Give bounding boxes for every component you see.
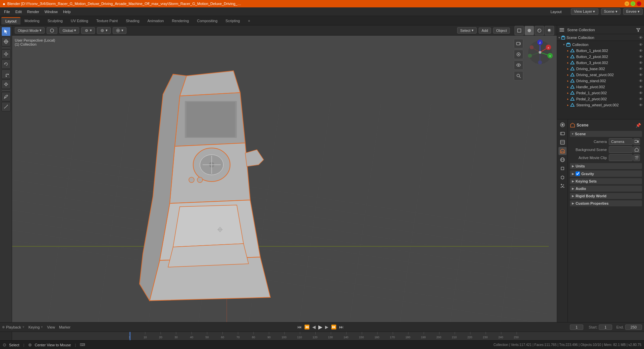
props-scene-btn[interactable] [558,147,567,155]
gravity-checkbox[interactable] [576,171,580,176]
button1-eye[interactable]: 👁 [639,49,643,53]
next-frame-btn[interactable]: ▶ [324,324,329,330]
snap-dropdown[interactable]: ▾ [97,27,111,34]
tab-shading[interactable]: Shading [122,17,143,24]
next-keyframe-btn[interactable]: ⏩ [330,324,337,330]
tab-sculpting[interactable]: Sculpting [44,17,67,24]
collection-eye[interactable]: 👁 [639,43,643,47]
outliner-handle[interactable]: ▸ Handle_pivot.002 👁 [557,84,644,90]
menu-window[interactable]: Window [42,9,60,14]
props-particle-btn[interactable] [558,182,567,190]
custom-properties-header[interactable]: ▶ Custom Properties [570,200,642,206]
marker-label[interactable]: Marker [59,325,70,329]
outliner-pedal2[interactable]: ▸ Pedal_2_pivot.002 👁 [557,96,644,102]
scene-collection-eye[interactable]: 👁 [639,36,643,40]
shading-solid-btn[interactable] [525,26,534,35]
pedal2-eye[interactable]: 👁 [639,97,643,101]
transform-tool-button[interactable] [1,80,11,89]
props-render-btn[interactable] [558,121,567,129]
maximize-button[interactable]: □ [631,1,635,6]
keying-label[interactable]: Keying [29,325,40,329]
add-menu-btn[interactable]: Add [479,28,491,34]
proportional-edit-btn[interactable]: ▾ [113,27,126,34]
active-movie-clip-value[interactable] [609,154,633,161]
pivot-dropdown[interactable]: ▾ [81,27,95,34]
measure-tool-button[interactable] [1,102,11,111]
handle-eye[interactable]: 👁 [639,85,643,89]
background-scene-icon-btn[interactable] [633,146,640,153]
steering-wheel-eye[interactable]: 👁 [639,103,643,107]
close-button[interactable]: ✕ [637,1,641,6]
gravity-section-header[interactable]: ▶ Gravity [570,170,642,177]
camera-value[interactable]: Camera [609,138,633,145]
object-menu-btn[interactable]: Object [493,28,510,34]
active-movie-clip-icon-btn[interactable]: 🎬 [633,154,640,161]
driving-stand-eye[interactable]: 👁 [639,79,643,83]
title-bar-controls[interactable]: ─ □ ✕ [625,1,641,6]
tab-rendering[interactable]: Rendering [168,17,193,24]
tab-texture-paint[interactable]: Texture Paint [92,17,122,24]
tab-compositing[interactable]: Compositing [193,17,221,24]
props-output-btn[interactable] [558,130,567,138]
playback-label[interactable]: Playback [6,325,21,329]
props-modifier-btn[interactable] [558,173,567,181]
outliner-pedal1[interactable]: ▸ Pedal_1_pivot.002 👁 [557,90,644,96]
keying-sets-header[interactable]: ▶ Keying Sets [570,178,642,184]
button3-eye[interactable]: 👁 [639,61,643,65]
current-frame-field[interactable]: 1 [570,325,583,330]
props-world-btn[interactable] [558,156,567,164]
render-btn[interactable] [514,50,523,59]
object-mode-dropdown[interactable]: Object Mode ▾ [15,27,45,34]
outliner-driving-seat[interactable]: ▸ Driving_seat_pivot.002 👁 [557,72,644,78]
viewport-shading-btn[interactable] [47,27,57,34]
props-viewlayer-btn[interactable] [558,138,567,146]
menu-edit[interactable]: Edit [13,9,24,14]
button2-eye[interactable]: 👁 [639,55,643,59]
audio-section-header[interactable]: ▶ Audio [570,186,642,192]
shading-wireframe-btn[interactable] [515,26,524,35]
menu-render[interactable]: Render [24,9,42,14]
outliner-button3[interactable]: ▸ Button_3_pivot.002 👁 [557,60,644,66]
outliner-steering-wheel[interactable]: ▸ Steering_wheel_pivot.002 👁 [557,102,644,108]
units-section-header[interactable]: ▶ Units [570,163,642,169]
play-btn[interactable]: ▶ [318,323,323,331]
view-label[interactable]: View [47,325,55,329]
props-object-btn[interactable] [558,164,567,172]
camera-icon-btn[interactable] [633,138,640,145]
rigid-body-header[interactable]: ▶ Rigid Body World [570,193,642,199]
outliner-driving-stand[interactable]: ▸ Driving_stand.002 👁 [557,78,644,84]
prev-frame-btn[interactable]: ◀ [312,324,316,330]
background-scene-value[interactable] [609,146,633,153]
tab-modeling[interactable]: Modeling [20,17,44,24]
tab-add[interactable]: + [244,17,254,24]
move-tool-button[interactable] [1,49,11,59]
view-layer-dropdown[interactable]: View Layer ▾ [571,8,598,15]
viewport-canvas[interactable]: User Perspective (Local) (1) Collection [12,36,557,322]
pedal1-eye[interactable]: 👁 [639,91,643,95]
select-view-btn[interactable]: Select ▾ [457,27,477,34]
scene-dropdown[interactable]: Scene ▾ [601,8,621,15]
view-btn[interactable] [514,60,523,70]
menu-file[interactable]: File [1,9,13,14]
prev-keyframe-btn[interactable]: ⏪ [304,324,310,330]
tab-animation[interactable]: Animation [144,17,168,24]
outliner-driving-base[interactable]: ▸ Driving_base.002 👁 [557,66,644,72]
global-dropdown[interactable]: Global ▾ [59,27,79,34]
annotation-tool-button[interactable] [1,92,11,101]
scale-tool-button[interactable] [1,69,11,79]
outliner-collection[interactable]: ▾ Collection 👁 [557,42,644,48]
jump-start-btn[interactable]: ⏮ [297,324,302,330]
end-frame-field[interactable]: 250 [625,325,642,330]
outliner-button1[interactable]: ▸ Button_1_pivot.002 👁 [557,48,644,54]
shading-material-btn[interactable] [535,26,544,35]
search-btn[interactable] [514,71,523,81]
tab-scripting[interactable]: Scripting [221,17,244,24]
minimize-button[interactable]: ─ [625,1,629,6]
cursor-tool-button[interactable] [1,37,11,46]
jump-end-btn[interactable]: ⏭ [338,324,344,330]
rotate-tool-button[interactable] [1,59,11,69]
camera-view-btn[interactable] [514,39,523,48]
driving-seat-eye[interactable]: 👁 [639,73,643,77]
tab-layout[interactable]: Layout [1,17,20,24]
menu-help[interactable]: Help [60,9,73,14]
